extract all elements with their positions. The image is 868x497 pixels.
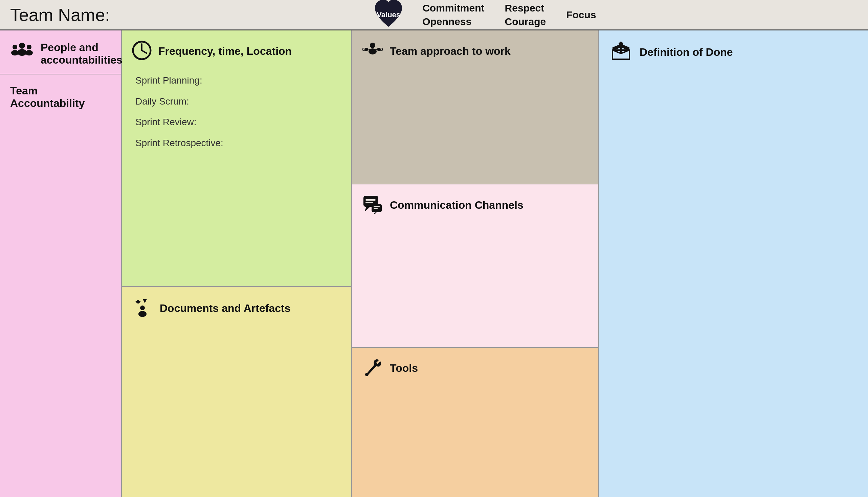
column-definition-done: Definition of Done bbox=[599, 30, 868, 497]
svg-rect-27 bbox=[374, 206, 380, 207]
svg-rect-24 bbox=[366, 202, 373, 203]
dod-icon bbox=[609, 41, 633, 64]
tools-section: Tools bbox=[352, 348, 598, 497]
team-approach-title: Team approach to work bbox=[390, 45, 511, 57]
value-openness: Openness bbox=[422, 16, 484, 27]
frequency-header: Frequency, time, Location bbox=[132, 41, 341, 61]
svg-marker-9 bbox=[136, 300, 141, 304]
communication-icon bbox=[362, 195, 383, 215]
svg-point-1 bbox=[17, 49, 27, 56]
team-name-label: Team Name: bbox=[10, 5, 110, 25]
team-approach-header: Team approach to work bbox=[362, 41, 588, 61]
daily-scrum: Daily Scrum: bbox=[136, 91, 341, 112]
values-badge-text: Values bbox=[376, 11, 400, 19]
clock-icon bbox=[132, 41, 152, 61]
value-respect: Respect bbox=[505, 2, 546, 14]
value-courage: Courage bbox=[505, 16, 546, 27]
frequency-section: Frequency, time, Location Sprint Plannin… bbox=[122, 30, 351, 287]
team-approach-section: Team approach to work bbox=[352, 30, 598, 184]
communication-section: Communication Channels bbox=[352, 184, 598, 348]
people-section-header: People and accountabilities bbox=[0, 30, 121, 74]
dod-title: Definition of Done bbox=[640, 46, 733, 58]
svg-point-4 bbox=[27, 45, 31, 49]
tools-header: Tools bbox=[362, 358, 588, 379]
documents-title: Documents and Artefacts bbox=[160, 302, 290, 315]
values-badge: Values bbox=[372, 0, 405, 32]
svg-point-13 bbox=[370, 43, 375, 48]
svg-marker-10 bbox=[143, 299, 147, 303]
svg-point-2 bbox=[13, 45, 17, 49]
communication-header: Communication Channels bbox=[362, 195, 588, 215]
value-focus: Focus bbox=[566, 9, 596, 20]
values-text: Commitment Openness Respect Courage Focu… bbox=[422, 2, 596, 27]
value-commitment: Commitment bbox=[422, 2, 484, 14]
sprint-planning: Sprint Planning: bbox=[136, 70, 341, 91]
documents-icon bbox=[132, 297, 153, 320]
people-icon bbox=[10, 42, 34, 66]
svg-point-0 bbox=[19, 43, 25, 49]
svg-rect-28 bbox=[374, 208, 378, 209]
values-col-2: Respect Courage bbox=[505, 2, 546, 27]
accountability-section: Team Accountability bbox=[0, 74, 121, 497]
column-frequency-docs: Frequency, time, Location Sprint Plannin… bbox=[122, 30, 352, 497]
column-people: People and accountabilities Team Account… bbox=[0, 30, 122, 497]
header: Team Name: Values Commitment Openness Re… bbox=[0, 0, 868, 30]
tools-title: Tools bbox=[390, 362, 418, 374]
svg-marker-26 bbox=[374, 212, 377, 214]
header-center: Values Commitment Openness Respect Coura… bbox=[110, 0, 858, 32]
sprint-retrospective: Sprint Retrospective: bbox=[136, 133, 341, 154]
team-approach-icon bbox=[362, 41, 383, 61]
svg-point-12 bbox=[138, 311, 146, 317]
people-title: People and accountabilities bbox=[41, 41, 123, 66]
frequency-title: Frequency, time, Location bbox=[158, 45, 292, 57]
communication-title: Communication Channels bbox=[390, 199, 524, 211]
column-team-comms-tools: Team approach to work bbox=[352, 30, 599, 497]
documents-section: Documents and Artefacts bbox=[122, 287, 351, 497]
frequency-items: Sprint Planning: Daily Scrum: Sprint Rev… bbox=[132, 70, 341, 153]
accountability-label: Team Accountability bbox=[10, 85, 111, 110]
sprint-review: Sprint Review: bbox=[136, 112, 341, 133]
svg-point-11 bbox=[140, 306, 145, 310]
svg-point-3 bbox=[11, 50, 19, 56]
values-col-1: Commitment Openness bbox=[422, 2, 484, 27]
documents-header: Documents and Artefacts bbox=[132, 297, 341, 320]
svg-line-8 bbox=[142, 51, 146, 53]
svg-point-5 bbox=[25, 50, 33, 56]
svg-marker-22 bbox=[365, 207, 370, 211]
svg-rect-23 bbox=[366, 199, 375, 201]
main-grid: People and accountabilities Team Account… bbox=[0, 30, 868, 497]
tools-icon bbox=[362, 358, 383, 379]
values-col-3: Focus bbox=[566, 9, 596, 20]
svg-point-29 bbox=[365, 373, 369, 376]
dod-header: Definition of Done bbox=[609, 41, 858, 64]
